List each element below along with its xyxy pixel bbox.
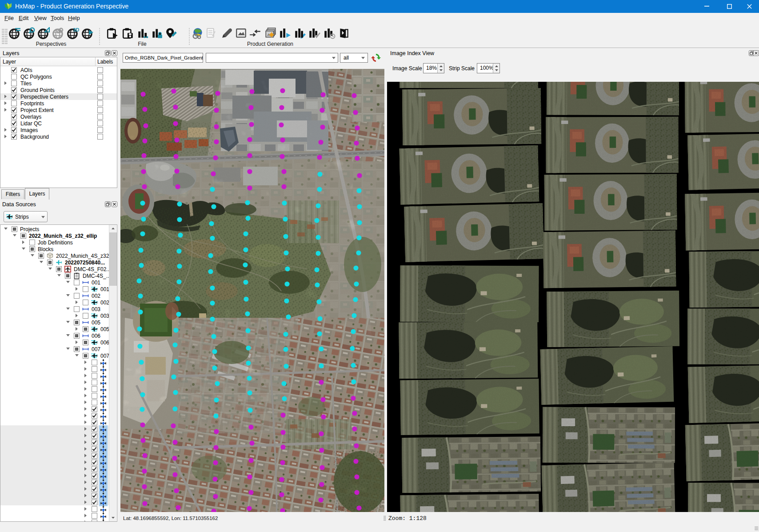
svg-text:3D: 3D	[73, 27, 79, 32]
